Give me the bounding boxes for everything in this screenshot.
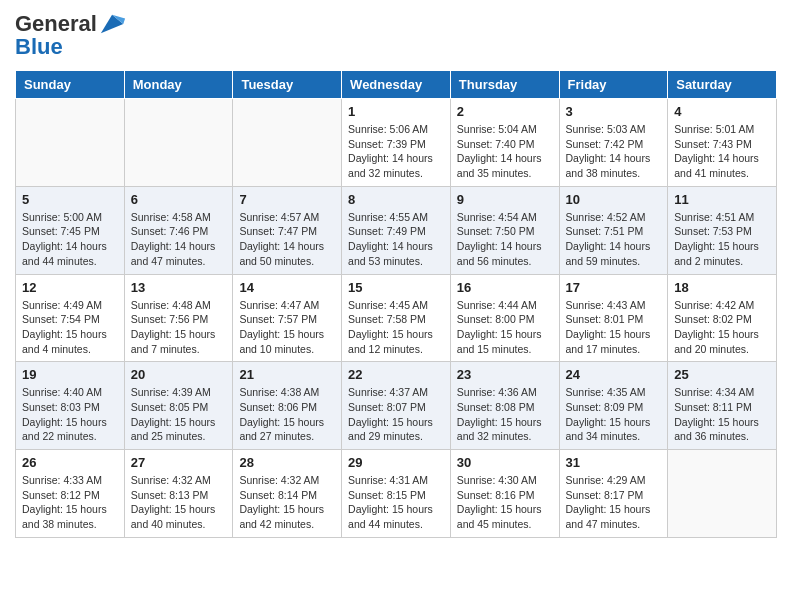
- column-header-monday: Monday: [124, 71, 233, 99]
- day-number: 12: [22, 280, 118, 295]
- day-number: 25: [674, 367, 770, 382]
- calendar-cell: 11Sunrise: 4:51 AM Sunset: 7:53 PM Dayli…: [668, 186, 777, 274]
- day-number: 29: [348, 455, 444, 470]
- calendar-cell: 6Sunrise: 4:58 AM Sunset: 7:46 PM Daylig…: [124, 186, 233, 274]
- calendar-cell: [668, 450, 777, 538]
- day-number: 2: [457, 104, 553, 119]
- calendar-table: SundayMondayTuesdayWednesdayThursdayFrid…: [15, 70, 777, 538]
- day-info: Sunrise: 4:52 AM Sunset: 7:51 PM Dayligh…: [566, 210, 662, 269]
- calendar-cell: 12Sunrise: 4:49 AM Sunset: 7:54 PM Dayli…: [16, 274, 125, 362]
- day-info: Sunrise: 4:38 AM Sunset: 8:06 PM Dayligh…: [239, 385, 335, 444]
- day-number: 19: [22, 367, 118, 382]
- calendar-cell: 24Sunrise: 4:35 AM Sunset: 8:09 PM Dayli…: [559, 362, 668, 450]
- day-number: 23: [457, 367, 553, 382]
- day-info: Sunrise: 4:45 AM Sunset: 7:58 PM Dayligh…: [348, 298, 444, 357]
- day-number: 27: [131, 455, 227, 470]
- day-number: 15: [348, 280, 444, 295]
- page: General Blue SundayMondayTuesdayWednesda…: [0, 0, 792, 553]
- column-header-sunday: Sunday: [16, 71, 125, 99]
- calendar-cell: 1Sunrise: 5:06 AM Sunset: 7:39 PM Daylig…: [342, 99, 451, 187]
- day-info: Sunrise: 4:33 AM Sunset: 8:12 PM Dayligh…: [22, 473, 118, 532]
- calendar-cell: 22Sunrise: 4:37 AM Sunset: 8:07 PM Dayli…: [342, 362, 451, 450]
- day-info: Sunrise: 4:32 AM Sunset: 8:13 PM Dayligh…: [131, 473, 227, 532]
- day-number: 1: [348, 104, 444, 119]
- calendar-cell: 9Sunrise: 4:54 AM Sunset: 7:50 PM Daylig…: [450, 186, 559, 274]
- calendar-cell: 21Sunrise: 4:38 AM Sunset: 8:06 PM Dayli…: [233, 362, 342, 450]
- day-number: 16: [457, 280, 553, 295]
- calendar-cell: 10Sunrise: 4:52 AM Sunset: 7:51 PM Dayli…: [559, 186, 668, 274]
- day-number: 22: [348, 367, 444, 382]
- day-number: 26: [22, 455, 118, 470]
- calendar-cell: 18Sunrise: 4:42 AM Sunset: 8:02 PM Dayli…: [668, 274, 777, 362]
- day-number: 17: [566, 280, 662, 295]
- day-number: 11: [674, 192, 770, 207]
- calendar-cell: 31Sunrise: 4:29 AM Sunset: 8:17 PM Dayli…: [559, 450, 668, 538]
- day-info: Sunrise: 4:36 AM Sunset: 8:08 PM Dayligh…: [457, 385, 553, 444]
- day-number: 8: [348, 192, 444, 207]
- column-header-thursday: Thursday: [450, 71, 559, 99]
- calendar-cell: 20Sunrise: 4:39 AM Sunset: 8:05 PM Dayli…: [124, 362, 233, 450]
- day-info: Sunrise: 4:43 AM Sunset: 8:01 PM Dayligh…: [566, 298, 662, 357]
- day-number: 5: [22, 192, 118, 207]
- column-header-saturday: Saturday: [668, 71, 777, 99]
- day-info: Sunrise: 5:04 AM Sunset: 7:40 PM Dayligh…: [457, 122, 553, 181]
- calendar-cell: 27Sunrise: 4:32 AM Sunset: 8:13 PM Dayli…: [124, 450, 233, 538]
- calendar-cell: 28Sunrise: 4:32 AM Sunset: 8:14 PM Dayli…: [233, 450, 342, 538]
- day-info: Sunrise: 4:39 AM Sunset: 8:05 PM Dayligh…: [131, 385, 227, 444]
- day-info: Sunrise: 4:31 AM Sunset: 8:15 PM Dayligh…: [348, 473, 444, 532]
- day-number: 18: [674, 280, 770, 295]
- day-number: 13: [131, 280, 227, 295]
- day-info: Sunrise: 5:00 AM Sunset: 7:45 PM Dayligh…: [22, 210, 118, 269]
- day-info: Sunrise: 4:32 AM Sunset: 8:14 PM Dayligh…: [239, 473, 335, 532]
- calendar-cell: 19Sunrise: 4:40 AM Sunset: 8:03 PM Dayli…: [16, 362, 125, 450]
- logo-icon: [99, 10, 127, 38]
- day-info: Sunrise: 4:47 AM Sunset: 7:57 PM Dayligh…: [239, 298, 335, 357]
- day-info: Sunrise: 4:30 AM Sunset: 8:16 PM Dayligh…: [457, 473, 553, 532]
- calendar-cell: 17Sunrise: 4:43 AM Sunset: 8:01 PM Dayli…: [559, 274, 668, 362]
- day-info: Sunrise: 4:57 AM Sunset: 7:47 PM Dayligh…: [239, 210, 335, 269]
- day-info: Sunrise: 4:58 AM Sunset: 7:46 PM Dayligh…: [131, 210, 227, 269]
- calendar-week-4: 19Sunrise: 4:40 AM Sunset: 8:03 PM Dayli…: [16, 362, 777, 450]
- day-number: 20: [131, 367, 227, 382]
- day-number: 30: [457, 455, 553, 470]
- calendar-cell: 7Sunrise: 4:57 AM Sunset: 7:47 PM Daylig…: [233, 186, 342, 274]
- calendar-cell: 15Sunrise: 4:45 AM Sunset: 7:58 PM Dayli…: [342, 274, 451, 362]
- calendar-cell: 25Sunrise: 4:34 AM Sunset: 8:11 PM Dayli…: [668, 362, 777, 450]
- column-header-tuesday: Tuesday: [233, 71, 342, 99]
- calendar-cell: [124, 99, 233, 187]
- calendar-header-row: SundayMondayTuesdayWednesdayThursdayFrid…: [16, 71, 777, 99]
- calendar-cell: 29Sunrise: 4:31 AM Sunset: 8:15 PM Dayli…: [342, 450, 451, 538]
- calendar-cell: 23Sunrise: 4:36 AM Sunset: 8:08 PM Dayli…: [450, 362, 559, 450]
- calendar-cell: 30Sunrise: 4:30 AM Sunset: 8:16 PM Dayli…: [450, 450, 559, 538]
- calendar-cell: 14Sunrise: 4:47 AM Sunset: 7:57 PM Dayli…: [233, 274, 342, 362]
- day-number: 7: [239, 192, 335, 207]
- calendar-cell: 26Sunrise: 4:33 AM Sunset: 8:12 PM Dayli…: [16, 450, 125, 538]
- day-info: Sunrise: 4:35 AM Sunset: 8:09 PM Dayligh…: [566, 385, 662, 444]
- calendar-cell: 8Sunrise: 4:55 AM Sunset: 7:49 PM Daylig…: [342, 186, 451, 274]
- day-number: 14: [239, 280, 335, 295]
- day-info: Sunrise: 4:34 AM Sunset: 8:11 PM Dayligh…: [674, 385, 770, 444]
- day-info: Sunrise: 4:37 AM Sunset: 8:07 PM Dayligh…: [348, 385, 444, 444]
- day-number: 28: [239, 455, 335, 470]
- calendar-cell: 3Sunrise: 5:03 AM Sunset: 7:42 PM Daylig…: [559, 99, 668, 187]
- day-number: 3: [566, 104, 662, 119]
- day-number: 6: [131, 192, 227, 207]
- header: General Blue: [15, 10, 777, 60]
- calendar-week-3: 12Sunrise: 4:49 AM Sunset: 7:54 PM Dayli…: [16, 274, 777, 362]
- column-header-wednesday: Wednesday: [342, 71, 451, 99]
- day-info: Sunrise: 5:01 AM Sunset: 7:43 PM Dayligh…: [674, 122, 770, 181]
- column-header-friday: Friday: [559, 71, 668, 99]
- calendar-week-1: 1Sunrise: 5:06 AM Sunset: 7:39 PM Daylig…: [16, 99, 777, 187]
- day-info: Sunrise: 4:44 AM Sunset: 8:00 PM Dayligh…: [457, 298, 553, 357]
- day-info: Sunrise: 4:54 AM Sunset: 7:50 PM Dayligh…: [457, 210, 553, 269]
- calendar-cell: 13Sunrise: 4:48 AM Sunset: 7:56 PM Dayli…: [124, 274, 233, 362]
- day-number: 21: [239, 367, 335, 382]
- day-info: Sunrise: 4:49 AM Sunset: 7:54 PM Dayligh…: [22, 298, 118, 357]
- calendar-cell: 4Sunrise: 5:01 AM Sunset: 7:43 PM Daylig…: [668, 99, 777, 187]
- day-info: Sunrise: 5:03 AM Sunset: 7:42 PM Dayligh…: [566, 122, 662, 181]
- logo: General Blue: [15, 10, 127, 60]
- day-info: Sunrise: 4:48 AM Sunset: 7:56 PM Dayligh…: [131, 298, 227, 357]
- day-number: 10: [566, 192, 662, 207]
- calendar-cell: [233, 99, 342, 187]
- day-number: 9: [457, 192, 553, 207]
